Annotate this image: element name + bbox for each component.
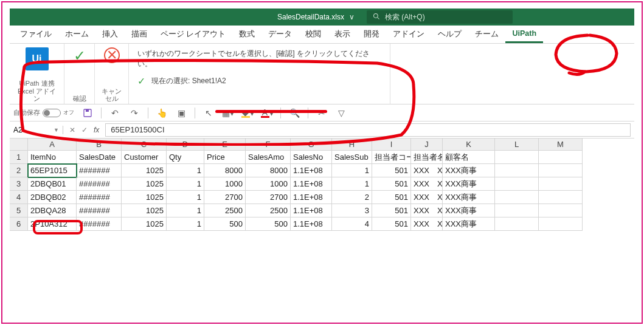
- cell[interactable]: XXX XXX: [411, 191, 443, 204]
- cell[interactable]: XXX商事: [443, 191, 495, 204]
- zoom-icon[interactable]: 🔍: [288, 107, 300, 119]
- cell[interactable]: 65EP1015: [28, 164, 77, 177]
- row-head[interactable]: 6: [10, 217, 28, 231]
- cell[interactable]: 500: [204, 217, 246, 231]
- touch-icon[interactable]: 👆: [156, 107, 168, 119]
- formula-input[interactable]: [105, 123, 631, 137]
- tab-uipath[interactable]: UiPath: [505, 26, 543, 43]
- col-head-H[interactable]: H: [332, 139, 372, 151]
- cell[interactable]: 1.1E+08: [291, 177, 332, 191]
- cell[interactable]: XXX XXX: [411, 204, 443, 217]
- cell[interactable]: 2DBQA28: [28, 204, 77, 217]
- cell[interactable]: 2500: [204, 204, 246, 217]
- crop-icon[interactable]: ✂: [316, 107, 328, 119]
- cell[interactable]: 2700: [204, 191, 246, 204]
- row-head[interactable]: 4: [10, 191, 28, 204]
- name-box[interactable]: A2 ▼: [10, 126, 63, 134]
- cell[interactable]: 1.1E+08: [291, 191, 332, 204]
- tab-data[interactable]: データ: [261, 26, 299, 43]
- cell[interactable]: Customer: [122, 151, 167, 164]
- cell[interactable]: [495, 204, 539, 217]
- cell[interactable]: 500: [246, 217, 291, 231]
- cell[interactable]: XXX XXX: [411, 217, 443, 231]
- autosave-toggle[interactable]: 自動保存 オフ: [13, 108, 74, 117]
- row-head[interactable]: 3: [10, 177, 28, 191]
- font-color-icon[interactable]: A▾: [261, 107, 273, 119]
- tab-review[interactable]: 校閲: [299, 26, 328, 43]
- row-head[interactable]: 2: [10, 164, 28, 177]
- tab-developer[interactable]: 開発: [357, 26, 386, 43]
- fx-icon[interactable]: fx: [94, 126, 99, 134]
- cell[interactable]: [539, 191, 583, 204]
- col-head-L[interactable]: L: [495, 139, 539, 151]
- cell[interactable]: 501: [372, 177, 411, 191]
- cell[interactable]: 1.1E+08: [291, 204, 332, 217]
- pointer-icon[interactable]: ↖: [203, 107, 215, 119]
- cell[interactable]: 2DBQB02: [28, 191, 77, 204]
- cell[interactable]: 501: [372, 164, 411, 177]
- cell[interactable]: [495, 164, 539, 177]
- cell[interactable]: XXX商事: [443, 177, 495, 191]
- cell[interactable]: 担当者コー: [372, 151, 411, 164]
- cell[interactable]: XXX商事: [443, 217, 495, 231]
- cell[interactable]: #######: [77, 204, 122, 217]
- col-head-J[interactable]: J: [411, 139, 443, 151]
- col-head-M[interactable]: M: [539, 139, 583, 151]
- spreadsheet-grid[interactable]: A B C D E F G H I J K L M 1ItemNoSalesDa…: [10, 139, 634, 231]
- cell[interactable]: XXX商事: [443, 204, 495, 217]
- cell[interactable]: 1: [167, 177, 204, 191]
- undo-icon[interactable]: ↶: [109, 107, 121, 119]
- select-all-corner[interactable]: [10, 139, 28, 151]
- col-head-G[interactable]: G: [291, 139, 332, 151]
- col-head-E[interactable]: E: [204, 139, 246, 151]
- cell[interactable]: 1: [167, 204, 204, 217]
- cell[interactable]: 2700: [246, 191, 291, 204]
- save-icon[interactable]: [81, 107, 94, 119]
- tab-pagelayout[interactable]: ページ レイアウト: [154, 26, 232, 43]
- cell[interactable]: 1025: [122, 177, 167, 191]
- cell[interactable]: 2DBQB01: [28, 177, 77, 191]
- cell[interactable]: 8000: [204, 164, 246, 177]
- redo-icon[interactable]: ↷: [128, 107, 140, 119]
- fill-color-icon[interactable]: ◆▾: [241, 107, 254, 119]
- cell[interactable]: 1.1E+08: [291, 217, 332, 231]
- cell[interactable]: [495, 151, 539, 164]
- cell[interactable]: 2500: [246, 204, 291, 217]
- cell[interactable]: #######: [77, 191, 122, 204]
- cell[interactable]: 2: [332, 191, 372, 204]
- col-head-D[interactable]: D: [167, 139, 204, 151]
- border-icon[interactable]: ▦▾: [222, 107, 234, 119]
- cell[interactable]: SalesSub: [332, 151, 372, 164]
- cell[interactable]: 4: [332, 217, 372, 231]
- filter-icon[interactable]: ▽: [335, 107, 347, 119]
- tab-team[interactable]: チーム: [468, 26, 505, 43]
- cell[interactable]: SalesNo: [291, 151, 332, 164]
- tab-home[interactable]: ホーム: [58, 26, 95, 43]
- cell[interactable]: XXX XXX: [411, 177, 443, 191]
- row-head[interactable]: 1: [10, 151, 28, 164]
- tab-view[interactable]: 表示: [328, 26, 357, 43]
- cell[interactable]: [539, 204, 583, 217]
- search-input[interactable]: 検索 (Alt+Q): [367, 10, 513, 24]
- cell[interactable]: 1000: [246, 177, 291, 191]
- tab-draw[interactable]: 描画: [125, 26, 154, 43]
- cell[interactable]: 1: [332, 177, 372, 191]
- confirm-formula-icon[interactable]: ✓: [81, 126, 88, 134]
- tab-formulas[interactable]: 数式: [232, 26, 261, 43]
- cell[interactable]: 1: [332, 164, 372, 177]
- cell[interactable]: SalesAmo: [246, 151, 291, 164]
- cell[interactable]: Qty: [167, 151, 204, 164]
- cell[interactable]: XXX XXX: [411, 164, 443, 177]
- col-head-C[interactable]: C: [122, 139, 167, 151]
- cell[interactable]: 1025: [122, 191, 167, 204]
- cell[interactable]: Price: [204, 151, 246, 164]
- cell[interactable]: [539, 151, 583, 164]
- cell[interactable]: 顧客名: [443, 151, 495, 164]
- row-head[interactable]: 5: [10, 204, 28, 217]
- cell[interactable]: [495, 217, 539, 231]
- cell[interactable]: [495, 191, 539, 204]
- cell[interactable]: SalesDate: [77, 151, 122, 164]
- cell[interactable]: #######: [77, 177, 122, 191]
- cell[interactable]: 1025: [122, 217, 167, 231]
- cell[interactable]: 1: [167, 164, 204, 177]
